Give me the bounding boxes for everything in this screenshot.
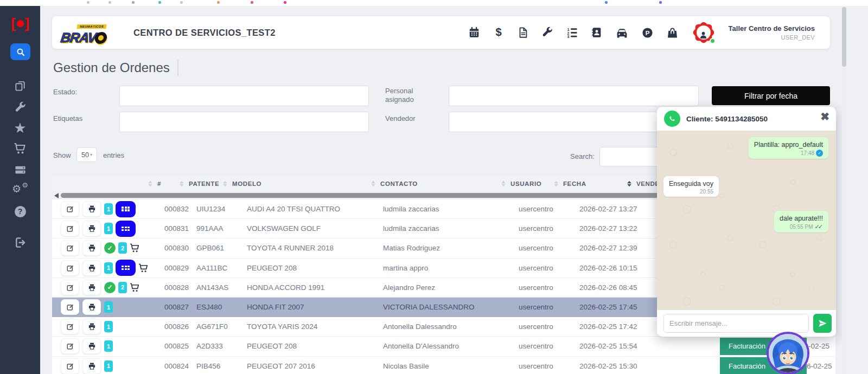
- contacto: VICTORIA DALESSANDRO: [383, 298, 475, 317]
- search-icon: [16, 47, 25, 57]
- edit-button[interactable]: [61, 358, 79, 374]
- cart-icon[interactable]: [130, 243, 140, 253]
- print-button[interactable]: [82, 319, 101, 334]
- table-row[interactable]: 1 000824 PIB456 PEUGEOT 207 2016 Nicolas…: [52, 357, 835, 374]
- shopping-bag-icon[interactable]: [666, 27, 679, 39]
- edit-icon: [66, 224, 74, 233]
- sort-icon-active: [627, 180, 632, 187]
- modelo: HONDA ACCORD 1991: [247, 278, 324, 297]
- copy-icon: [14, 80, 27, 92]
- whatsapp-chat-panel: Cliente: 5491134285050 ✖ Plantilla: appr…: [657, 107, 836, 337]
- print-button[interactable]: [82, 338, 101, 354]
- print-button[interactable]: [82, 201, 101, 217]
- cart-icon[interactable]: [138, 263, 149, 273]
- column-header-num[interactable]: #: [148, 176, 161, 191]
- count-badge: 1: [104, 223, 113, 234]
- fecha: 2026-02-25 15:30: [579, 357, 637, 374]
- help-icon: ?: [15, 206, 26, 217]
- print-button[interactable]: [82, 240, 101, 256]
- sidebar-item-logout[interactable]: [0, 234, 40, 250]
- address-book-icon[interactable]: [591, 27, 603, 38]
- dollar-icon[interactable]: [493, 27, 505, 38]
- fecha: 2026-02-27 13:22: [579, 219, 637, 238]
- close-icon[interactable]: ✖: [820, 111, 829, 122]
- printer-icon: [88, 323, 96, 331]
- ordered-list-icon[interactable]: [566, 27, 578, 39]
- page-size-value: 50: [81, 151, 89, 159]
- patente: GPB061: [196, 238, 224, 257]
- chat-message-input[interactable]: [663, 314, 809, 333]
- patente: UIU1234: [196, 199, 225, 218]
- fecha: 2026-02-25 15:54: [579, 337, 637, 356]
- print-button[interactable]: [82, 260, 101, 276]
- edit-button[interactable]: [61, 240, 79, 256]
- wrench-icon[interactable]: [541, 27, 553, 38]
- sort-icon: [222, 180, 228, 187]
- page-size-select[interactable]: 50 ▾: [76, 147, 97, 162]
- count-badge: 1: [104, 262, 113, 274]
- personal-asignado-input[interactable]: [449, 86, 699, 106]
- edit-button[interactable]: [61, 299, 79, 315]
- keyboard-grid-button[interactable]: [116, 201, 136, 217]
- filter-by-date-button[interactable]: Filtrar por fecha: [712, 86, 830, 105]
- page-title: Gestion de Ordenes: [53, 60, 170, 75]
- keyboard-grid-button[interactable]: [116, 221, 136, 237]
- keyboard-grid-button[interactable]: [116, 260, 136, 276]
- scroll-left-arrow-icon[interactable]: [54, 193, 59, 198]
- modelo: AUDI A4 20 TFSI QUATTRO: [247, 199, 340, 218]
- estado-input[interactable]: [119, 86, 369, 106]
- contacto: ludmila zaccarias: [383, 219, 439, 238]
- printer-icon: [88, 264, 96, 272]
- column-header-modelo[interactable]: MODELO: [222, 176, 261, 191]
- column-header-contacto[interactable]: CONTACTO: [371, 176, 418, 191]
- header-toolbar: Taller Centro de Servicios USER_DEV: [468, 16, 815, 49]
- double-check-icon: ✓✓: [815, 223, 821, 230]
- vertical-scrollbar-thumb[interactable]: [842, 7, 846, 67]
- patente: PIB456: [196, 357, 220, 374]
- sidebar-item-purchases[interactable]: [0, 140, 40, 157]
- account-avatar[interactable]: [691, 20, 716, 45]
- edit-button[interactable]: [61, 338, 79, 354]
- edit-button[interactable]: [61, 201, 79, 217]
- usuario: usercentro: [519, 337, 553, 356]
- message-text: Enseguida voy: [669, 180, 713, 188]
- sidebar-item-search[interactable]: [10, 43, 30, 60]
- car-icon[interactable]: [615, 26, 629, 40]
- send-button[interactable]: [813, 314, 832, 333]
- sidebar-item-inventory[interactable]: [0, 162, 40, 178]
- sidebar-item-settings[interactable]: ⚙⚙: [0, 182, 40, 198]
- edit-button[interactable]: [61, 280, 79, 295]
- sidebar-item-documents[interactable]: [0, 78, 40, 94]
- sidebar-item-tools[interactable]: [0, 99, 40, 115]
- column-header-usuario[interactable]: USUARIO: [501, 176, 541, 191]
- count-badge: 2: [118, 242, 127, 254]
- column-header-patente[interactable]: PATENTE: [179, 176, 219, 191]
- print-button[interactable]: [82, 358, 101, 374]
- order-number: 000825: [164, 337, 189, 356]
- assistant-avatar[interactable]: [767, 332, 809, 374]
- sidebar-item-help[interactable]: ?: [0, 203, 40, 220]
- print-button[interactable]: [82, 280, 101, 295]
- user-silhouette-icon: [697, 25, 711, 40]
- edit-button[interactable]: [61, 221, 79, 236]
- edit-icon: [66, 342, 74, 350]
- etiquetas-input[interactable]: [119, 112, 369, 132]
- cart-icon[interactable]: [130, 282, 140, 293]
- app-logo-icon: []: [0, 15, 40, 31]
- calendar-icon[interactable]: [468, 27, 480, 38]
- print-button[interactable]: [82, 221, 101, 236]
- message-text: dale apurate!!!: [780, 215, 823, 222]
- column-header-fecha[interactable]: FECHA: [553, 176, 586, 191]
- chat-message-outgoing: dale apurate!!! 05:55 PM✓✓: [774, 211, 828, 233]
- parking-icon[interactable]: [641, 27, 654, 39]
- account-name: Taller Centro de Servicios: [729, 24, 815, 33]
- grid-icon: [122, 227, 130, 231]
- sidebar-item-favorites[interactable]: ★: [0, 120, 40, 136]
- edit-button[interactable]: [61, 260, 79, 276]
- print-button[interactable]: [82, 299, 101, 315]
- table-row[interactable]: 1 000825 A2D333 PEUGEOT 208 Antonella D'…: [52, 337, 835, 356]
- patente: 991AAA: [196, 219, 224, 238]
- cart-icon: [14, 142, 27, 155]
- document-icon[interactable]: [517, 27, 529, 38]
- edit-button[interactable]: [61, 319, 79, 334]
